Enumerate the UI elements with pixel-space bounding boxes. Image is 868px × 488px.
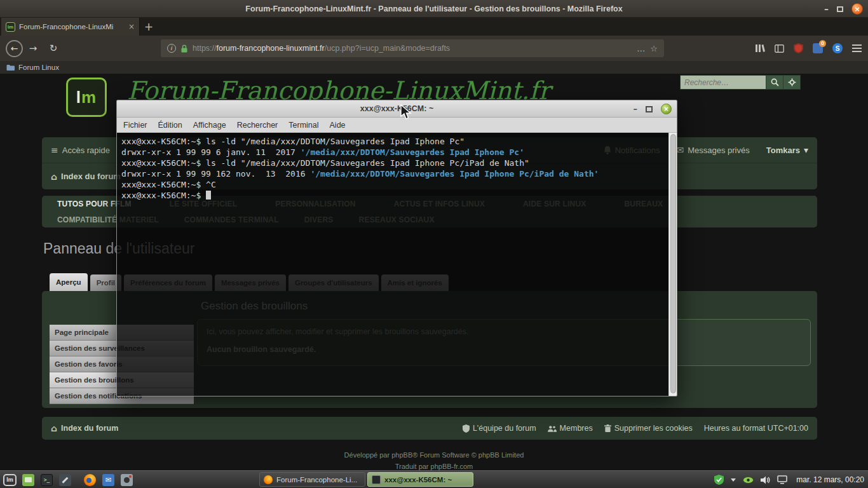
terminal-line: xxx@xxx-K56CM:~$ xyxy=(121,190,663,201)
terminal-maximize-button[interactable] xyxy=(646,106,653,112)
footer-link-label: L'équipe du forum xyxy=(473,424,536,433)
terminal-menu-item[interactable]: Fichier xyxy=(123,121,147,130)
footer-index-link[interactable]: ⌂Index du forum xyxy=(51,423,118,433)
terminal-cursor xyxy=(206,191,211,200)
new-tab-button[interactable]: + xyxy=(140,18,158,36)
https-lock-icon xyxy=(181,44,187,53)
reload-button[interactable]: ↻ xyxy=(43,43,64,54)
private-messages-label: Messages privés xyxy=(688,146,750,155)
email-icon: ✉ xyxy=(102,474,114,486)
taskbar-window-terminal[interactable]: xxx@xxx-K56CM: ~ xyxy=(367,472,473,487)
taskbar-clock[interactable]: mar. 12 mars, 00:20 xyxy=(796,475,864,484)
file-manager-launcher[interactable] xyxy=(20,473,36,487)
logo-letter-m: m xyxy=(81,88,97,107)
system-tray: mar. 12 mars, 00:20 xyxy=(714,471,864,488)
desktop: Forum-Francophone-LinuxMint.fr - Panneau… xyxy=(0,0,868,488)
terminal-menu-item[interactable]: Rechercher xyxy=(237,121,278,130)
terminal-minimize-button[interactable]: – xyxy=(634,104,638,114)
url-scheme: https:// xyxy=(193,44,217,53)
terminal-menubar: FichierÉditionAffichageRechercherTermina… xyxy=(117,118,677,133)
footer-link[interactable]: Membres xyxy=(548,424,593,433)
terminal-line: drwxr-xr-x 1 99 99 162 nov. 13 2016 '/me… xyxy=(121,168,663,179)
text-editor-launcher[interactable] xyxy=(57,473,73,487)
terminal-body[interactable]: xxx@xxx-K56CM:~$ ls -ld "/media/xxx/DDTO… xyxy=(117,133,677,396)
terminal-line: drwxr-xr-x 1 99 99 6 janv. 11 2017 '/med… xyxy=(121,147,663,158)
extension-s-icon[interactable]: S xyxy=(832,43,843,53)
credits-line1: Développé par phpBB® Forum Software © ph… xyxy=(0,451,868,459)
terminal-scrollbar[interactable] xyxy=(668,133,677,396)
hamburger-menu-icon[interactable] xyxy=(852,44,862,52)
terminal-launcher[interactable]: >_ xyxy=(39,473,55,487)
window-maximize-button[interactable] xyxy=(837,6,843,12)
terminal-icon xyxy=(372,475,381,484)
taskbar-window-firefox[interactable]: Forum-Francophone-Li... xyxy=(259,472,365,487)
advanced-search-button[interactable] xyxy=(783,75,801,90)
envelope-icon: ✉ xyxy=(676,145,684,155)
volume-icon[interactable] xyxy=(761,476,770,484)
terminal-text: '/media/xxx/DDTOM/Sauvegardes Ipad Iphon… xyxy=(310,169,599,179)
url-bar[interactable]: i https://forum-francophone-linuxmint.fr… xyxy=(161,39,664,57)
bookmark-star-icon[interactable]: ☆ xyxy=(650,44,658,53)
terminal-text: xxx@xxx-K56CM:~$ ^C xyxy=(121,180,216,189)
home-icon: ⌂ xyxy=(51,172,57,182)
taskbar: lm >_ ✉ Forum-Francophone-Li...xxx@xxx-K… xyxy=(0,470,868,488)
window-minimize-button[interactable]: – xyxy=(824,4,829,14)
file-manager-icon xyxy=(22,474,34,486)
terminal-close-button[interactable]: × xyxy=(661,104,672,114)
ublock-extension-icon[interactable] xyxy=(794,43,803,53)
taskbar-launchers: lm >_ ✉ xyxy=(2,472,135,487)
terminal-titlebar[interactable]: xxx@xxx-K56CM: ~ – × xyxy=(117,100,677,118)
library-icon[interactable] xyxy=(755,44,765,53)
toolbar-icons: 0 S xyxy=(755,36,862,61)
scrollbar-thumb[interactable] xyxy=(670,134,676,393)
screenshot-icon xyxy=(121,474,133,486)
site-logo[interactable]: lm xyxy=(66,78,107,117)
url-path: /ucp.php?i=ucp_main&mode=drafts xyxy=(325,44,450,53)
terminal-menu-item[interactable]: Terminal xyxy=(288,121,318,130)
forward-button[interactable]: → xyxy=(23,43,43,54)
page-info-icon[interactable]: i xyxy=(167,44,176,53)
terminal-line: xxx@xxx-K56CM:~$ ls -ld "/media/xxx/DDTO… xyxy=(121,136,663,147)
firefox-icon xyxy=(84,474,96,486)
page-actions-icon[interactable]: … xyxy=(637,44,645,53)
quick-access-menu[interactable]: ≡Accès rapide xyxy=(51,145,110,155)
taskbar-window-list: Forum-Francophone-Li...xxx@xxx-K56CM: ~ xyxy=(259,472,473,487)
eye-icon[interactable] xyxy=(743,477,754,484)
back-button[interactable]: ← xyxy=(6,40,23,57)
user-menu[interactable]: Tomkars▾ xyxy=(766,145,808,155)
browser-tab[interactable]: lm Forum-Francophone-LinuxMi × xyxy=(1,18,140,36)
terminal-menu-item[interactable]: Édition xyxy=(158,121,182,130)
update-shield-icon[interactable] xyxy=(714,475,724,485)
email-launcher[interactable]: ✉ xyxy=(100,473,116,487)
tab-title: Forum-Francophone-LinuxMi xyxy=(19,23,125,30)
bookmark-item[interactable]: Forum Linux xyxy=(6,64,59,71)
home-icon: ⌂ xyxy=(51,423,57,433)
footer-index-label: Index du forum xyxy=(61,424,118,433)
taskbar-window-label: xxx@xxx-K56CM: ~ xyxy=(384,476,469,484)
firefox-launcher[interactable] xyxy=(82,473,98,487)
bookmarks-bar: Forum Linux xyxy=(0,61,868,74)
ucp-tab[interactable]: Aperçu xyxy=(50,273,88,291)
screenshot-launcher[interactable] xyxy=(119,473,135,487)
forum-index-link[interactable]: ⌂Index du forum xyxy=(51,172,121,182)
quick-access-label: Accès rapide xyxy=(62,146,110,155)
private-messages-link[interactable]: ✉Messages privés xyxy=(676,145,749,155)
footer-link[interactable]: Supprimer les cookies xyxy=(604,424,693,433)
search-button[interactable] xyxy=(766,75,783,90)
tray-caret-icon[interactable] xyxy=(731,478,736,482)
display-icon[interactable] xyxy=(777,475,787,484)
terminal-menu-item[interactable]: Aide xyxy=(330,121,346,130)
quick-access-icon: ≡ xyxy=(51,145,58,155)
search-input[interactable] xyxy=(680,75,766,90)
tab-close-icon[interactable]: × xyxy=(128,22,135,31)
footer-link[interactable]: L'équipe du forum xyxy=(463,424,536,433)
mint-menu-button[interactable]: lm xyxy=(2,473,18,487)
extension-badge-icon[interactable]: 0 xyxy=(813,43,823,53)
folder-icon xyxy=(6,64,15,71)
terminal-menu-item[interactable]: Affichage xyxy=(193,121,226,130)
window-close-button[interactable]: × xyxy=(851,3,863,15)
url-text: https://forum-francophone-linuxmint.fr/u… xyxy=(193,44,632,53)
window-title: Forum-Francophone-LinuxMint.fr - Panneau… xyxy=(245,4,622,13)
sidebar-toggle-icon[interactable] xyxy=(775,44,784,53)
members-icon xyxy=(548,425,557,432)
